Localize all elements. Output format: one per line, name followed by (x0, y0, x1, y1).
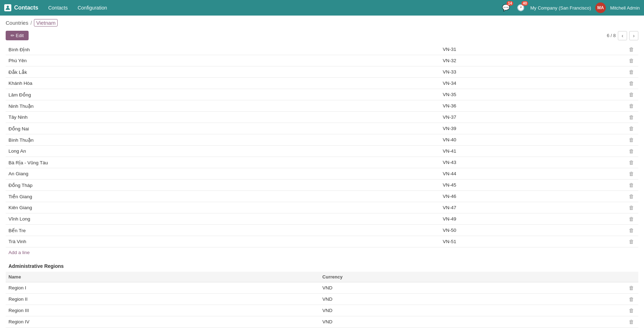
state-name: Lâm Đồng (6, 89, 440, 100)
edit-button[interactable]: ✏ Edit (6, 31, 29, 40)
brand: Contacts (4, 4, 38, 11)
state-code: VN-35 (440, 89, 624, 100)
pagination-info: 6 / 8 (607, 33, 616, 38)
states-add-line[interactable]: Add a line (6, 247, 638, 258)
region-currency: VND (320, 282, 624, 294)
delete-icon[interactable]: 🗑 (629, 182, 634, 188)
navbar-menu: Contacts Configuration (44, 3, 495, 13)
breadcrumb-separator: / (30, 20, 32, 26)
table-row: Trà Vinh VN-51 🗑 (6, 236, 638, 247)
state-code: VN-36 (440, 100, 624, 112)
state-name: Ninh Thuận (6, 100, 440, 112)
region-currency: VND (320, 294, 624, 305)
delete-icon[interactable]: 🗑 (629, 148, 634, 154)
navbar-right: 💬 14 🕐 40 My Company (San Francisco) MA … (501, 2, 640, 13)
menu-configuration[interactable]: Configuration (73, 3, 111, 13)
state-name: Long An (6, 146, 440, 157)
table-row: Vĩnh Long VN-49 🗑 (6, 213, 638, 225)
state-name: Đắk Lắk (6, 66, 440, 78)
admin-regions-col-headers: Name Currency (6, 272, 638, 282)
state-code: VN-46 (440, 191, 624, 202)
delete-icon[interactable]: 🗑 (629, 205, 634, 211)
region-name: Region III (6, 305, 320, 316)
state-name: Tiền Giang (6, 191, 440, 202)
activity-icon-btn[interactable]: 🕐 40 (515, 2, 526, 13)
state-code: VN-50 (440, 225, 624, 236)
toolbar: ✏ Edit 6 / 8 ‹ › (0, 29, 644, 44)
breadcrumb: Countries / Vietnam (0, 16, 644, 29)
table-row: Khánh Hòa VN-34 🗑 (6, 78, 638, 89)
table-row: Lâm Đồng VN-35 🗑 (6, 89, 638, 100)
pagination: 6 / 8 ‹ › (607, 31, 638, 40)
delete-icon[interactable]: 🗑 (629, 137, 634, 143)
user-name: Mitchell Admin (610, 5, 640, 11)
breadcrumb-parent[interactable]: Countries (6, 20, 28, 26)
delete-icon[interactable]: 🗑 (629, 58, 634, 64)
table-row: Region I VND 🗑 (6, 282, 638, 294)
table-row: Long An VN-41 🗑 (6, 146, 638, 157)
state-name: Bến Tre (6, 225, 440, 236)
table-row: Bình Thuận VN-40 🗑 (6, 134, 638, 146)
table-row: Kiên Giang VN-47 🗑 (6, 202, 638, 213)
col-currency: Currency (320, 272, 624, 282)
state-name: Bình Thuận (6, 134, 440, 146)
brand-icon (4, 4, 11, 11)
col-name: Name (6, 272, 320, 282)
table-row: Tây Ninh VN-37 🗑 (6, 112, 638, 123)
delete-icon[interactable]: 🗑 (629, 296, 634, 302)
table-row: Bến Tre VN-50 🗑 (6, 225, 638, 236)
delete-icon[interactable]: 🗑 (629, 319, 634, 325)
table-row: Region II VND 🗑 (6, 294, 638, 305)
state-name: Phú Yên (6, 55, 440, 66)
delete-icon[interactable]: 🗑 (629, 193, 634, 199)
delete-icon[interactable]: 🗑 (629, 307, 634, 313)
delete-icon[interactable]: 🗑 (629, 125, 634, 131)
state-code: VN-51 (440, 236, 624, 247)
table-row: Tiền Giang VN-46 🗑 (6, 191, 638, 202)
table-row: Ninh Thuận VN-36 🗑 (6, 100, 638, 112)
pagination-prev[interactable]: ‹ (618, 31, 627, 40)
delete-icon[interactable]: 🗑 (629, 227, 634, 233)
delete-icon[interactable]: 🗑 (629, 103, 634, 109)
chat-badge: 14 (507, 1, 513, 6)
delete-icon[interactable]: 🗑 (629, 239, 634, 245)
state-code: VN-47 (440, 202, 624, 213)
svg-point-0 (7, 6, 9, 8)
delete-icon[interactable]: 🗑 (629, 80, 634, 86)
state-name: Tây Ninh (6, 112, 440, 123)
table-row: An Giang VN-44 🗑 (6, 168, 638, 180)
region-currency: VND (320, 316, 624, 328)
state-name: Đồng Tháp (6, 180, 440, 191)
state-code: VN-31 (440, 44, 624, 55)
delete-icon[interactable]: 🗑 (629, 285, 634, 291)
region-name: Region IV (6, 316, 320, 328)
table-row: Region IV VND 🗑 (6, 316, 638, 328)
delete-icon[interactable]: 🗑 (629, 159, 634, 165)
state-code: VN-44 (440, 168, 624, 180)
menu-contacts[interactable]: Contacts (44, 3, 72, 13)
state-code: VN-40 (440, 134, 624, 146)
state-code: VN-43 (440, 157, 624, 168)
delete-icon[interactable]: 🗑 (629, 92, 634, 98)
state-name: Kiên Giang (6, 202, 440, 213)
table-row: Đắk Lắk VN-33 🗑 (6, 66, 638, 78)
state-code: VN-45 (440, 180, 624, 191)
state-code: VN-34 (440, 78, 624, 89)
delete-icon[interactable]: 🗑 (629, 171, 634, 177)
company-name: My Company (San Francisco) (530, 5, 591, 11)
avatar: MA (595, 2, 606, 13)
delete-icon[interactable]: 🗑 (629, 216, 634, 222)
main-content: Bình Định VN-31 🗑 Phú Yên VN-32 🗑 Đắk Lắ… (0, 44, 644, 329)
state-name: An Giang (6, 168, 440, 180)
state-code: VN-49 (440, 213, 624, 225)
chat-icon-btn[interactable]: 💬 14 (501, 2, 511, 13)
delete-icon[interactable]: 🗑 (629, 46, 634, 52)
pagination-next[interactable]: › (629, 31, 638, 40)
table-row: Region III VND 🗑 (6, 305, 638, 316)
state-code: VN-39 (440, 123, 624, 134)
table-row: Đồng Nai VN-39 🗑 (6, 123, 638, 134)
delete-icon[interactable]: 🗑 (629, 69, 634, 75)
breadcrumb-current: Vietnam (34, 19, 58, 27)
delete-icon[interactable]: 🗑 (629, 114, 634, 120)
admin-regions-add-line[interactable]: Add a line (6, 328, 638, 329)
